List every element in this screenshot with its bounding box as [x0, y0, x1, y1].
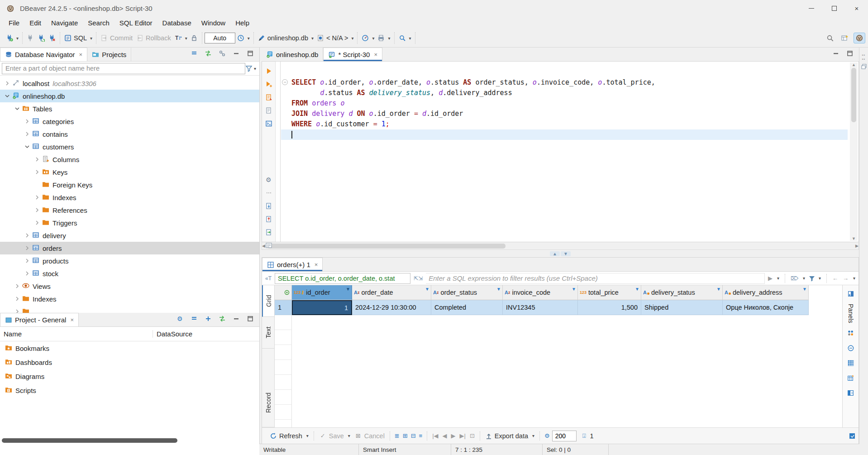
- tree-item-foreign-keys[interactable]: Foreign Keys: [0, 178, 259, 191]
- nav-back-icon[interactable]: ←: [831, 275, 839, 282]
- cell-order_status[interactable]: Completed: [431, 300, 503, 315]
- tree-item-columns[interactable]: Columns: [0, 153, 259, 166]
- menu-sql-editor[interactable]: SQL Editor: [114, 18, 157, 28]
- chevron-right-icon[interactable]: [33, 194, 41, 201]
- minimize-button[interactable]: [231, 314, 242, 324]
- empty-row-gutter[interactable]: [275, 375, 292, 390]
- refresh-button[interactable]: Refresh: [268, 431, 304, 441]
- column-header-order_status[interactable]: Azorder_status▼: [431, 285, 503, 300]
- fetch-all-icon[interactable]: ⍗: [582, 432, 587, 440]
- execute-new-tab-button[interactable]: [263, 79, 274, 89]
- sort-dropdown-icon[interactable]: ▼: [802, 287, 807, 292]
- erase-filter-icon[interactable]: ⌦: [789, 275, 800, 282]
- chevron-right-icon[interactable]: [33, 168, 41, 176]
- scroll-down-icon[interactable]: ▼: [852, 236, 856, 241]
- fetch-settings-gear-icon[interactable]: ⚙: [544, 432, 551, 439]
- code-line-7[interactable]: [281, 129, 848, 140]
- minimize-button[interactable]: [800, 0, 823, 17]
- restore-windows-icon[interactable]: [860, 63, 868, 70]
- erase-dropdown[interactable]: ▾: [801, 276, 806, 281]
- column-header-total_price[interactable]: 123total_price▼: [578, 285, 641, 300]
- chevron-down-icon[interactable]: [14, 105, 21, 112]
- apply-filter-icon[interactable]: ▶: [767, 275, 774, 282]
- maximize-button[interactable]: [245, 314, 256, 324]
- tab-database-navigator[interactable]: Database Navigator×: [0, 48, 87, 61]
- code-line-6[interactable]: WHERE o.id_customer = 1;: [281, 119, 848, 129]
- execute-button[interactable]: [263, 66, 274, 76]
- tab-onlineshop-db-script-30[interactable]: * Script-30×: [323, 48, 382, 61]
- templates-button[interactable]: [263, 240, 274, 250]
- sql-code[interactable]: −SELECT o.id_order, o.order_date, o.stat…: [281, 62, 848, 242]
- project-item-bookmarks[interactable]: Bookmarks: [0, 341, 259, 355]
- sql-editor-button[interactable]: SQL: [62, 33, 89, 43]
- tree-item-orders[interactable]: orders: [0, 242, 259, 254]
- editor-results-splitter[interactable]: ▲ ▼: [262, 250, 859, 257]
- code-line-1[interactable]: [281, 67, 848, 77]
- sql-settings-button[interactable]: ⚙: [263, 175, 274, 185]
- print-dropdown[interactable]: ▾: [386, 36, 391, 41]
- tree-item-tables[interactable]: Tables: [0, 102, 259, 115]
- cell-delivery_address[interactable]: Орце Николов, Скопје: [723, 300, 809, 315]
- select-all-corner[interactable]: [275, 285, 292, 300]
- project-item-scripts[interactable]: Scripts: [0, 383, 259, 398]
- code-line-3[interactable]: d.status AS delivery_status, d.delivery_…: [281, 88, 848, 98]
- code-line-5[interactable]: JOIN delivery d ON o.id_order = d.id_ord…: [281, 109, 848, 119]
- tab-projects[interactable]: Projects: [87, 48, 131, 61]
- sort-dropdown-icon[interactable]: ▼: [716, 287, 721, 292]
- column-header-delivery_address[interactable]: Adelivery_address▼: [723, 285, 809, 300]
- chevron-down-icon[interactable]: [4, 92, 11, 100]
- scroll-thumb[interactable]: [267, 244, 506, 249]
- plug-reconnect-button[interactable]: [36, 33, 47, 43]
- dbeaver-account-button[interactable]: [854, 33, 865, 43]
- tree-item-references[interactable]: References: [0, 204, 259, 216]
- tree-item-delivery[interactable]: delivery: [0, 229, 259, 242]
- lock-button[interactable]: [189, 33, 200, 43]
- editor-horizontal-scrollbar[interactable]: ◀ ▶: [262, 242, 859, 250]
- maximize-button[interactable]: [823, 0, 845, 17]
- empty-row-gutter[interactable]: [275, 405, 292, 420]
- tab-onlineshop-db[interactable]: onlineshop.db: [262, 48, 323, 61]
- status-access[interactable]: Writable: [259, 444, 358, 455]
- plug-invalidate-button[interactable]: [47, 33, 57, 43]
- grid-preview-button[interactable]: [845, 358, 856, 368]
- cell-invoice_code[interactable]: INV12345: [503, 300, 578, 315]
- maximize-button[interactable]: [245, 48, 256, 58]
- close-icon[interactable]: ×: [315, 261, 318, 268]
- delete-row-icon[interactable]: ≡: [418, 432, 424, 439]
- chevron-right-icon[interactable]: [33, 156, 41, 163]
- cell-order_date[interactable]: 2024-12-29 10:30:00: [352, 300, 431, 315]
- sort-dropdown-icon[interactable]: ▼: [496, 287, 501, 292]
- database-doc-dropdown[interactable]: ▾: [350, 36, 355, 41]
- cell-total_price[interactable]: 1,500: [578, 300, 641, 315]
- cancel-button[interactable]: ⊠Cancel: [353, 431, 386, 441]
- commit-button[interactable]: Commit: [99, 33, 134, 43]
- next-row-icon[interactable]: ▶: [450, 432, 457, 439]
- cell-delivery_status[interactable]: Shipped: [641, 300, 723, 315]
- scroll-thumb[interactable]: [851, 68, 856, 122]
- presentation-record[interactable]: Record: [262, 378, 274, 427]
- status-selection[interactable]: Sel: 0 | 0: [542, 444, 608, 455]
- status-insert-mode[interactable]: Smart Insert: [358, 444, 451, 455]
- dashboard-gauge-button[interactable]: [360, 33, 371, 43]
- row-number[interactable]: 1: [275, 300, 292, 315]
- search-objects-dropdown[interactable]: ▾: [408, 36, 413, 41]
- chevron-right-icon[interactable]: [24, 118, 31, 125]
- chevron-right-icon[interactable]: [24, 270, 31, 277]
- value-viewer-button[interactable]: [845, 343, 856, 353]
- filter-sql-text[interactable]: SELECT o.id_order, o.order_date, o.stat: [275, 273, 410, 284]
- tree-item-products[interactable]: products: [0, 254, 259, 267]
- tree-item-keys[interactable]: Keys: [0, 166, 259, 178]
- save-dropdown[interactable]: ▾: [347, 433, 352, 438]
- txn-log-button[interactable]: T: [173, 33, 184, 43]
- chevron-right-icon[interactable]: [24, 257, 31, 264]
- splitter-up-icon[interactable]: ▲: [550, 251, 560, 256]
- chevron-right-icon[interactable]: [4, 80, 11, 87]
- filters-menu-icon[interactable]: [808, 275, 816, 282]
- export-script-button[interactable]: [263, 201, 274, 211]
- expand-filter-icon[interactable]: ⇱⇲: [412, 275, 424, 282]
- nav-dropdown[interactable]: ▾: [852, 276, 857, 281]
- chevron-right-icon[interactable]: [14, 308, 21, 313]
- sort-dropdown-icon[interactable]: ▼: [572, 287, 576, 292]
- sort-dropdown-icon[interactable]: ▼: [425, 287, 429, 292]
- menu-navigate[interactable]: Navigate: [46, 18, 83, 28]
